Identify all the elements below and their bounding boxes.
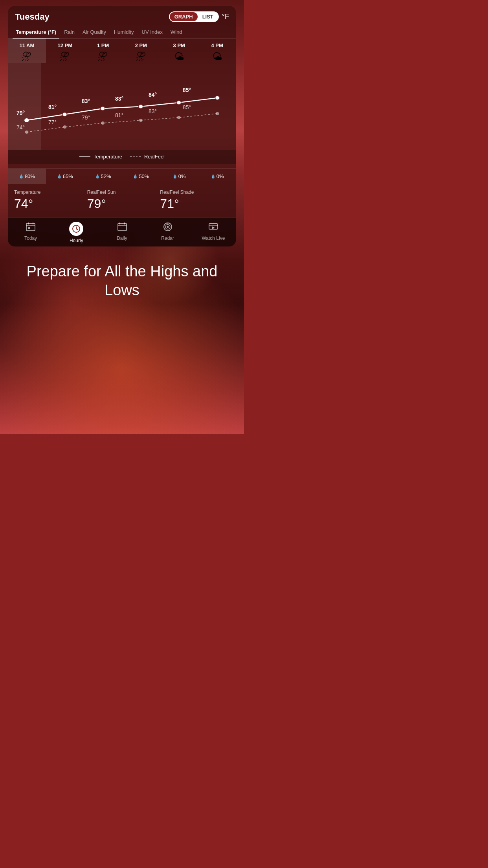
precip-col-3: 💧 50% [122,169,160,184]
low-temp-0: 74° [17,124,25,131]
nav-hourly-label: Hourly [70,238,83,243]
weather-icon-5: 🌤 [212,51,222,62]
high-temp-1: 81° [48,104,57,110]
watch-live-icon [208,222,218,234]
precip-col-1: 💧 65% [46,169,84,184]
nav-hourly[interactable]: Hourly [53,222,99,243]
precip-val-5: 💧 0% [200,173,235,179]
high-temp-5: 85° [183,87,191,93]
hour-label-1: 12 PM [57,42,72,48]
high-temp-4: 84° [149,92,157,98]
tab-rain[interactable]: Rain [61,26,78,38]
svg-point-2 [101,107,105,110]
svg-rect-20 [118,223,127,231]
temperature-graph-svg [8,63,236,150]
daily-icon [117,222,127,234]
svg-point-1 [62,112,67,116]
low-temp-3: 81° [115,112,123,118]
hourly-icon-circle [69,222,83,236]
high-temp-2: 83° [82,98,90,104]
svg-point-10 [177,116,181,119]
svg-point-7 [63,125,66,129]
day-title: Tuesday [15,12,50,22]
high-temp-0: 79° [17,110,25,116]
svg-rect-12 [26,223,35,231]
hour-label-4: 3 PM [173,42,185,48]
nav-today[interactable]: Today [8,222,53,243]
hour-col-5[interactable]: 4 PM 🌤 [198,39,236,63]
weather-icon-4: 🌤 [174,51,184,62]
precip-col-0: 💧 80% [8,169,46,184]
nav-watch-live[interactable]: Watch Live [191,222,236,243]
svg-marker-30 [212,226,215,229]
svg-point-8 [101,121,105,125]
weather-icon-1: ⛈ [60,51,70,62]
graph-toggle-btn[interactable]: GRAPH [170,12,198,21]
svg-point-26 [167,226,169,228]
nav-watch-live-label: Watch Live [202,235,225,241]
info-realfeel-sun: RealFeel Sun 79° [87,189,157,211]
unit-label: °F [222,13,229,21]
svg-point-6 [25,131,28,134]
svg-point-0 [24,118,29,122]
svg-point-4 [176,101,181,105]
precip-val-4: 💧 0% [161,173,196,179]
list-toggle-btn[interactable]: LIST [198,12,218,21]
realfeel-shade-value: 71° [160,197,230,211]
tab-air-quality[interactable]: Air Quality [79,26,109,38]
hour-label-0: 11 AM [20,42,35,48]
hour-label-5: 4 PM [211,42,223,48]
temperature-info-value: 74° [14,197,84,211]
precip-val-2: 💧 52% [86,173,121,179]
temperature-info-label: Temperature [14,189,84,195]
nav-daily-label: Daily [117,235,127,241]
tab-humidity[interactable]: Humidity [111,26,137,38]
today-icon [26,222,36,234]
svg-rect-16 [28,227,30,229]
low-temp-2: 79° [82,114,90,121]
precip-val-3: 💧 50% [123,173,158,179]
legend-realfeel: RealFeel [130,154,165,160]
precip-row: 💧 80% 💧 65% 💧 52% 💧 50% [8,168,236,184]
nav-today-label: Today [24,235,37,241]
svg-point-11 [216,112,219,115]
realfeel-line-indicator [130,156,141,157]
tab-uv-index[interactable]: UV Index [139,26,166,38]
precip-val-0: 💧 80% [9,173,44,179]
low-temp-1: 77° [48,119,57,125]
tab-wind[interactable]: Wind [167,26,185,38]
tab-temperature[interactable]: Temperature (°F) [13,26,59,38]
precip-val-1: 💧 65% [48,173,83,179]
legend-temperature-label: Temperature [94,154,122,160]
nav-radar[interactable]: Radar [145,222,191,243]
tabs-row: Temperature (°F) Rain Air Quality Humidi… [8,26,236,39]
hour-col-2[interactable]: 1 PM ⛈ [84,39,122,63]
nav-daily[interactable]: Daily [99,222,145,243]
info-row: Temperature 74° RealFeel Sun 79° RealFee… [8,184,236,217]
hour-col-0[interactable]: 11 AM ⛈ [8,39,46,63]
bottom-nav: Today Hourly [8,217,236,246]
view-toggle[interactable]: GRAPH LIST [169,11,219,22]
realfeel-sun-value: 79° [87,197,157,211]
svg-point-5 [215,96,219,100]
hour-label-2: 1 PM [97,42,109,48]
precip-col-5: 💧 0% [198,169,236,184]
temperature-line-indicator [79,156,90,157]
tagline: Prepare for All the Highs and Lows [0,246,244,300]
legend-temperature: Temperature [79,154,122,160]
legend-row: Temperature RealFeel [8,150,236,164]
radar-icon [163,222,173,234]
realfeel-sun-label: RealFeel Sun [87,189,157,195]
weather-icon-2: ⛈ [98,51,108,62]
header-right: GRAPH LIST °F [169,11,229,22]
precip-col-4: 💧 0% [160,169,198,184]
weather-card: Tuesday GRAPH LIST °F Temperature (°F) R… [8,6,236,246]
low-temp-4: 83° [149,108,157,114]
hour-col-3[interactable]: 2 PM ⛈ [122,39,160,63]
graph-area: 79° 81° 83° 83° 84° 85° 74° 77° 79° 81° … [8,63,236,150]
hours-container: 11 AM ⛈ 12 PM ⛈ 1 PM ⛈ 2 PM ⛈ 3 PM 🌤 4 P… [8,39,236,63]
hour-col-4[interactable]: 3 PM 🌤 [160,39,198,63]
info-temperature: Temperature 74° [14,189,84,211]
hour-col-1[interactable]: 12 PM ⛈ [46,39,84,63]
svg-point-3 [139,105,143,108]
